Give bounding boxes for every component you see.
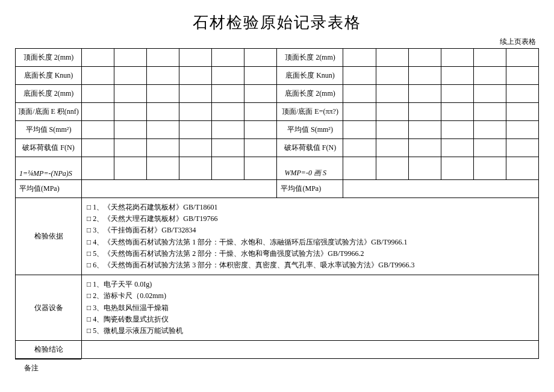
data-cell xyxy=(82,157,114,180)
data-cell xyxy=(212,49,244,67)
equipment-label: 仪器设备 xyxy=(16,275,82,341)
data-cell xyxy=(506,121,538,139)
equipment-item: □ 5、微机显示液压万能试验机 xyxy=(87,325,536,337)
page-title: 石材检验原始记录表格 xyxy=(15,12,539,33)
conclusion-row: 检验结论 xyxy=(16,341,539,359)
data-cell xyxy=(408,49,441,67)
data-cell xyxy=(506,139,538,157)
data-cell xyxy=(441,121,473,139)
data-cell xyxy=(114,67,147,85)
table-row: 平均值(MPa) 平均值(MPa) xyxy=(16,180,539,198)
inspection-basis-label: 检验依据 xyxy=(16,198,82,275)
table-row: 底面长度 2(mm) 底面长度 2(mm) xyxy=(16,85,539,103)
equipment-item: □ 4、陶瓷砖数显式抗折仪 xyxy=(87,314,536,325)
data-cell xyxy=(506,103,538,121)
data-cell xyxy=(441,49,473,67)
data-cell xyxy=(212,121,244,139)
remarks-label: 备注 xyxy=(15,359,81,378)
data-cell xyxy=(506,157,538,180)
conclusion-label: 检验结论 xyxy=(16,341,82,359)
basis-item: □ 1、《天然花岗石建筑板材》GB/T18601 xyxy=(87,202,536,213)
data-cell xyxy=(376,67,408,85)
data-cell xyxy=(244,121,277,139)
table-row: 顶面/底面 E 积(nnf) 顶面/底面 E=(ππ?) xyxy=(16,103,539,121)
data-cell xyxy=(506,67,538,85)
data-cell xyxy=(114,103,147,121)
data-cell xyxy=(244,67,277,85)
data-cell xyxy=(376,103,408,121)
basis-item: □ 5、《天然饰面石材试验方法第 2 部分：干燥、水饱和弯曲强度试验方法》GB/… xyxy=(87,248,536,260)
data-cell xyxy=(179,157,212,180)
data-cell xyxy=(212,85,244,103)
data-cell xyxy=(441,139,473,157)
data-cell xyxy=(441,67,473,85)
data-cell-merged xyxy=(343,180,539,198)
data-cell xyxy=(179,67,212,85)
basis-item: □ 6、《天然饰面石材试验方法第 3 部分：体积密度、真密度、真气孔率、吸水率试… xyxy=(87,260,536,271)
continuation-note: 续上页表格 xyxy=(15,37,539,47)
equipment-item: □ 3、电热鼓风恒温干燥箱 xyxy=(87,302,536,314)
row-label-right: 平均值 S(mm²) xyxy=(277,121,343,139)
data-cell xyxy=(114,49,147,67)
row-label-right: 底面长度 Knun) xyxy=(277,67,343,85)
data-cell xyxy=(473,67,506,85)
data-cell xyxy=(506,49,538,67)
data-cell xyxy=(147,139,179,157)
remarks-content xyxy=(81,359,539,378)
data-cell xyxy=(376,121,408,139)
data-cell xyxy=(179,103,212,121)
data-cell xyxy=(343,103,376,121)
equipment-content: □ 1、电子天平 0.0Ig)□ 2、游标卡尺（0.02mm)□ 3、电热鼓风恒… xyxy=(82,275,539,341)
data-cell xyxy=(408,157,441,180)
data-cell xyxy=(473,85,506,103)
data-cell xyxy=(212,139,244,157)
data-cell xyxy=(212,67,244,85)
conclusion-content xyxy=(82,341,539,359)
data-cell xyxy=(179,49,212,67)
inspection-basis-row: 检验依据 □ 1、《天然花岗石建筑板材》GB/T18601□ 2、《天然大理石建… xyxy=(16,198,539,275)
data-cell xyxy=(147,103,179,121)
table-row: 顶面长度 2(mm) 顶面长度 2(mm) xyxy=(16,49,539,67)
data-cell xyxy=(147,157,179,180)
data-cell xyxy=(343,139,376,157)
data-cell xyxy=(473,103,506,121)
data-cell-merged xyxy=(82,180,277,198)
data-cell xyxy=(147,121,179,139)
basis-item: □ 3、《干挂饰面石材》GB/T32834 xyxy=(87,225,536,236)
data-cell xyxy=(408,121,441,139)
row-label-left: 顶面/底面 E 积(nnf) xyxy=(16,103,82,121)
data-cell xyxy=(212,157,244,180)
data-cell xyxy=(179,121,212,139)
data-cell xyxy=(473,49,506,67)
row-label-right: 底面长度 2(mm) xyxy=(277,85,343,103)
data-cell xyxy=(114,85,147,103)
equipment-row: 仪器设备 □ 1、电子天平 0.0Ig)□ 2、游标卡尺（0.02mm)□ 3、… xyxy=(16,275,539,341)
data-cell xyxy=(212,103,244,121)
data-cell xyxy=(114,157,147,180)
data-cell xyxy=(506,85,538,103)
inspection-basis-content: □ 1、《天然花岗石建筑板材》GB/T18601□ 2、《天然大理石建筑板材》G… xyxy=(82,198,539,275)
data-cell xyxy=(408,139,441,157)
basis-item: □ 2、《天然大理石建筑板材》GB/T19766 xyxy=(87,213,536,225)
remarks-row: 备注 xyxy=(15,359,539,378)
table-row: 破坏荷载值 F(N) 破坏荷载值 F(N) xyxy=(16,139,539,157)
data-cell xyxy=(244,49,277,67)
row-label-right: 平均值(MPa) xyxy=(277,180,343,198)
data-cell xyxy=(179,85,212,103)
data-cell xyxy=(343,49,376,67)
remarks-table: 备注 xyxy=(15,359,539,378)
data-cell xyxy=(179,139,212,157)
data-cell xyxy=(147,85,179,103)
data-cell xyxy=(343,85,376,103)
row-label-right: 顶面长度 2(mm) xyxy=(277,49,343,67)
data-cell xyxy=(147,67,179,85)
equipment-item: □ 2、游标卡尺（0.02mm) xyxy=(87,290,536,302)
row-label-left: 平均值(MPa) xyxy=(16,180,82,198)
row-label-left: 底面长度 Knun) xyxy=(16,67,82,85)
data-cell xyxy=(473,157,506,180)
table-row: 1=¼MP=-(NPa)S WMP=-0 画 S xyxy=(16,157,539,180)
row-label-left: 破坏荷载值 F(N) xyxy=(16,139,82,157)
data-cell xyxy=(376,157,408,180)
data-cell xyxy=(343,67,376,85)
data-cell xyxy=(114,139,147,157)
